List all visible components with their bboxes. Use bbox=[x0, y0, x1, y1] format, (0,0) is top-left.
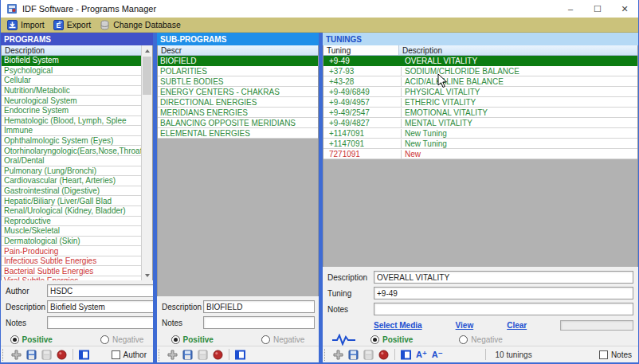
negative-radio[interactable]: Negative bbox=[261, 335, 304, 344]
positive-radio[interactable]: Positive bbox=[370, 335, 413, 344]
tuning-description-cell: EMOTIONAL VITALITY bbox=[402, 108, 637, 117]
programs-column-header[interactable]: Description bbox=[2, 45, 141, 56]
program-list-item[interactable]: Viral Subtle Energies bbox=[2, 276, 141, 280]
cancel-button[interactable] bbox=[212, 349, 224, 361]
tuning-notes-field[interactable] bbox=[374, 303, 633, 315]
layout-button[interactable] bbox=[234, 349, 246, 361]
subprograms-column-header[interactable]: Descr bbox=[158, 45, 318, 56]
program-list-item[interactable]: Cellular bbox=[2, 76, 141, 86]
tuning-list-item[interactable]: +9-49/4957 ETHERIC VITALITY bbox=[323, 97, 637, 108]
subprogram-notes-field[interactable] bbox=[203, 316, 315, 329]
program-list-item[interactable]: Endocrine System bbox=[2, 106, 141, 116]
select-media-link[interactable]: Select Media bbox=[374, 321, 422, 330]
tuning-column-header[interactable]: Tuning bbox=[323, 45, 399, 55]
subprogram-description-field[interactable] bbox=[203, 300, 315, 313]
layout-button[interactable] bbox=[78, 349, 90, 361]
tuning-value-field[interactable] bbox=[374, 287, 633, 299]
font-increase-button[interactable]: A⁺ bbox=[416, 350, 427, 360]
tuning-list-item[interactable]: +9-49/4827 MENTAL VITALITY bbox=[323, 118, 637, 128]
program-list-item[interactable]: Oral/Dental bbox=[2, 156, 141, 166]
scroll-up-icon[interactable] bbox=[142, 45, 152, 56]
programs-scrollbar[interactable] bbox=[141, 45, 152, 280]
subprograms-polarity: Positive Negative bbox=[157, 333, 319, 346]
program-list-item[interactable]: Cardiovascular (Heart, Arteries) bbox=[2, 176, 141, 186]
subprogram-list-item[interactable]: ELEMENTAL ENERGIES bbox=[158, 128, 318, 139]
subprogram-list-item[interactable]: BALANCING OPPOSITE MERIDIANS bbox=[158, 118, 318, 128]
program-list-item[interactable]: Infectious Subtle Energies bbox=[2, 256, 141, 267]
program-list-item[interactable]: Hematologic (Blood, Lymph, Splee bbox=[2, 116, 141, 127]
toolbar-separator bbox=[229, 349, 229, 360]
tuning-list-item[interactable]: 7271091 New bbox=[323, 149, 637, 159]
program-list-item[interactable]: Psychological bbox=[2, 66, 141, 76]
save-all-button[interactable] bbox=[41, 349, 53, 361]
view-link[interactable]: View bbox=[456, 321, 474, 330]
notes-checkbox[interactable]: Notes bbox=[599, 350, 632, 359]
program-list-item[interactable]: Pain-Producing bbox=[2, 246, 141, 256]
minimize-button[interactable]: – bbox=[557, 0, 584, 18]
add-record-button[interactable] bbox=[167, 349, 178, 361]
window-title: IDF Software - Programs Manager bbox=[22, 4, 156, 14]
program-list-item[interactable]: Immune bbox=[2, 126, 141, 136]
program-list-item[interactable]: Gastrointestinal (Digestive) bbox=[2, 186, 141, 197]
description-label: Description bbox=[6, 303, 47, 311]
tuning-list-item[interactable]: +1147091 New Tuning bbox=[323, 139, 637, 149]
close-button[interactable]: ✕ bbox=[611, 0, 638, 18]
maximize-button[interactable]: ☐ bbox=[584, 0, 611, 18]
subprogram-list-item[interactable]: MERIDIANS ENERGIES bbox=[158, 108, 318, 118]
tuning-list-item[interactable]: +37-93 SODIUM/CHLORIDE BALANCE bbox=[323, 66, 637, 76]
cancel-button[interactable] bbox=[56, 349, 68, 361]
author-field[interactable] bbox=[47, 284, 159, 297]
cancel-button[interactable] bbox=[378, 349, 390, 361]
plus-icon bbox=[167, 350, 178, 360]
description-column-header[interactable]: Description bbox=[399, 45, 637, 55]
scroll-down-icon[interactable] bbox=[142, 270, 152, 280]
font-decrease-button[interactable]: A⁻ bbox=[432, 350, 443, 360]
subprogram-list-item[interactable]: ENERGY CENTERS - CHAKRAS bbox=[158, 87, 318, 97]
layout-button[interactable] bbox=[400, 349, 412, 361]
subprogram-list-item[interactable]: POLARITIES bbox=[158, 66, 318, 76]
subprogram-list-item[interactable]: BIOFIELD bbox=[158, 56, 318, 66]
program-list-item[interactable]: Dermatological (Skin) bbox=[2, 237, 141, 247]
positive-radio[interactable]: Positive bbox=[171, 335, 214, 344]
positive-radio[interactable]: Positive bbox=[10, 335, 53, 344]
negative-radio[interactable]: Negative bbox=[459, 335, 502, 344]
subprogram-list-item[interactable]: DIRECTIONAL ENERGIES bbox=[158, 97, 318, 108]
scrollbar-thumb[interactable] bbox=[143, 57, 151, 95]
program-list-item[interactable]: Bacterial Subtle Energies bbox=[2, 266, 141, 276]
program-description-field[interactable] bbox=[47, 300, 159, 313]
tuning-list-item[interactable]: +1147091 New Tuning bbox=[323, 128, 637, 139]
subprogram-list-item[interactable]: SUBTLE BODIES bbox=[158, 76, 318, 87]
save-button[interactable] bbox=[347, 349, 359, 361]
import-button[interactable]: Import bbox=[4, 19, 50, 31]
tuning-list-item[interactable]: +9-49 OVERALL VITALITY bbox=[323, 56, 637, 66]
tuning-list-item[interactable]: +9-49/6849 PHYSICAL VITALITY bbox=[323, 87, 637, 97]
negative-radio[interactable]: Negative bbox=[100, 335, 143, 344]
tuning-description-field[interactable] bbox=[374, 271, 633, 284]
cancel-icon bbox=[378, 350, 389, 360]
program-list-item[interactable]: Hepatic/Biliary (Liver/Gall Blad bbox=[2, 196, 141, 206]
save-all-button[interactable] bbox=[197, 349, 209, 361]
program-list-item[interactable]: Otorhinolaryngologic(Ears,Nose,Throat) bbox=[2, 146, 141, 156]
tuning-description-cell: ETHERIC VITALITY bbox=[402, 98, 637, 107]
add-record-button[interactable] bbox=[332, 349, 344, 361]
tuning-list-item[interactable]: +43-28 ACID/ALKALINE BALANCE bbox=[323, 76, 637, 87]
program-list-item[interactable]: Renal/Urological (Kidney, Bladder) bbox=[2, 206, 141, 217]
author-checkbox[interactable]: Author bbox=[112, 350, 147, 359]
program-list-item[interactable]: Pulmonary (Lung/Bronchi) bbox=[2, 166, 141, 177]
program-list-item[interactable]: Nutrition/Metabolic bbox=[2, 86, 141, 96]
tuning-value-cell: +9-49/4957 bbox=[326, 98, 402, 107]
program-list-item[interactable]: Muscle/Skeletal bbox=[2, 226, 141, 237]
clear-link[interactable]: Clear bbox=[507, 321, 527, 330]
export-button[interactable]: E Export bbox=[50, 19, 96, 31]
save-button[interactable] bbox=[25, 349, 37, 361]
program-list-item[interactable]: Ophthalmologic System (Eyes) bbox=[2, 136, 141, 147]
program-notes-field[interactable] bbox=[47, 316, 159, 329]
program-list-item[interactable]: Reproductive bbox=[2, 217, 141, 227]
program-list-item[interactable]: Neurological System bbox=[2, 96, 141, 106]
save-all-button[interactable] bbox=[363, 349, 374, 361]
tuning-list-item[interactable]: +9-49/2547 EMOTIONAL VITALITY bbox=[323, 108, 637, 118]
save-button[interactable] bbox=[182, 349, 194, 361]
program-list-item[interactable]: Biofield System bbox=[2, 56, 141, 66]
change-database-button[interactable]: Change Database bbox=[96, 19, 186, 31]
add-record-button[interactable] bbox=[10, 349, 22, 361]
